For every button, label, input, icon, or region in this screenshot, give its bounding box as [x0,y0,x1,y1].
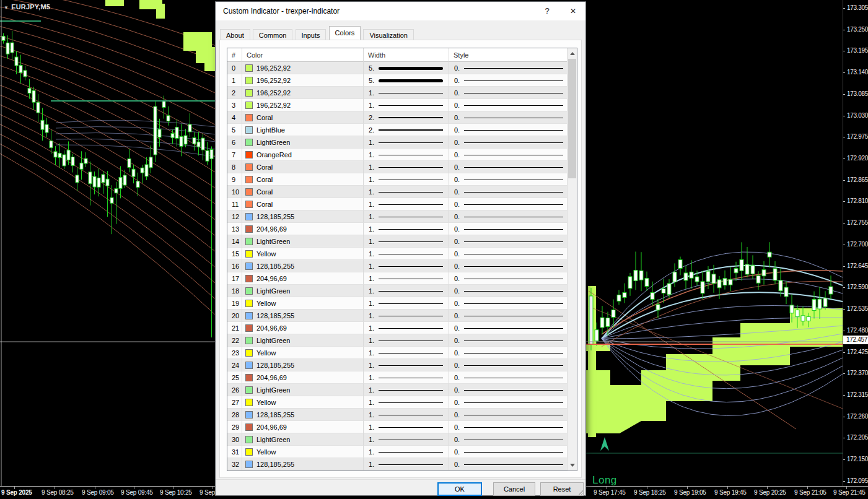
row-color-cell[interactable]: OrangeRed [242,149,364,161]
row-width-cell[interactable]: 1. [364,371,449,384]
row-width-cell[interactable]: 1. [364,446,449,458]
row-width-cell[interactable]: 1. [364,223,449,235]
row-style-cell[interactable]: 0. [449,223,568,235]
row-style-cell[interactable]: 0. [449,260,568,272]
row-width-cell[interactable]: 1. [364,149,449,161]
row-width-cell[interactable]: 1. [364,409,449,421]
row-style-cell[interactable]: 0. [449,272,568,285]
scrollbar-up-icon[interactable] [568,48,577,59]
color-row[interactable]: 1196,252,925.0. [227,74,568,87]
color-swatch[interactable] [245,436,253,443]
chart-right-region[interactable] [585,0,843,486]
color-row[interactable]: 31Yellow1.0. [227,446,568,458]
row-color-cell[interactable]: 204,96,69 [242,223,364,235]
row-color-cell[interactable]: 128,185,255 [242,458,364,471]
row-width-cell[interactable]: 1. [364,161,449,173]
symbol-period-label[interactable]: ▼EURJPY,M5 [4,3,50,11]
color-swatch[interactable] [245,213,253,220]
row-style-cell[interactable]: 0. [449,248,568,260]
row-color-cell[interactable]: Coral [242,186,364,198]
color-swatch[interactable] [245,201,253,208]
row-color-cell[interactable]: 204,96,69 [242,322,364,334]
row-width-cell[interactable]: 1. [364,186,449,198]
row-width-cell[interactable]: 1. [364,433,449,446]
row-color-cell[interactable]: 204,96,69 [242,371,364,384]
row-color-cell[interactable]: LightGreen [242,334,364,347]
color-row[interactable]: 10Coral1.0. [227,186,568,198]
color-swatch[interactable] [245,349,253,357]
row-style-cell[interactable]: 0. [449,62,568,74]
row-color-cell[interactable]: LightBlue [242,124,364,136]
color-row[interactable]: 13204,96,691.0. [227,223,568,235]
row-style-cell[interactable]: 0. [449,371,568,384]
color-row[interactable]: 23Yellow1.0. [227,347,568,359]
color-row[interactable]: 18LightGreen1.0. [227,285,568,297]
row-width-cell[interactable]: 1. [364,384,449,396]
chart-left-region[interactable] [0,0,216,486]
ok-button[interactable]: OK [437,482,482,496]
row-width-cell[interactable]: 2. [364,111,449,124]
row-style-cell[interactable]: 0. [449,446,568,458]
row-width-cell[interactable]: 1. [364,458,449,471]
row-width-cell[interactable]: 1. [364,99,449,111]
row-color-cell[interactable]: 128,185,255 [242,409,364,421]
row-color-cell[interactable]: LightGreen [242,235,364,248]
resize-grip[interactable] [579,490,584,495]
dialog-titlebar[interactable]: Custom Indicator - trexper-indicator ? ✕ [216,2,585,20]
row-style-cell[interactable]: 0. [449,322,568,334]
color-row[interactable]: 30LightGreen1.0. [227,433,568,446]
help-button[interactable]: ? [537,2,558,20]
row-style-cell[interactable]: 0. [449,285,568,297]
color-row[interactable]: 0196,252,925.0. [227,62,568,74]
color-swatch[interactable] [245,151,253,158]
row-width-cell[interactable]: 1. [364,347,449,359]
color-swatch[interactable] [245,77,253,84]
row-width-cell[interactable]: 1. [364,297,449,310]
color-row[interactable]: 19Yellow1.0. [227,297,568,310]
color-swatch[interactable] [245,461,253,468]
row-style-cell[interactable]: 0. [449,136,568,149]
row-style-cell[interactable]: 0. [449,99,568,111]
row-color-cell[interactable]: Yellow [242,297,364,310]
cancel-button[interactable]: Cancel [493,482,535,496]
tab-colors[interactable]: Colors [329,26,361,40]
row-color-cell[interactable]: 128,185,255 [242,210,364,223]
row-width-cell[interactable]: 1. [364,198,449,210]
row-color-cell[interactable]: 204,96,69 [242,421,364,433]
color-swatch[interactable] [245,102,253,109]
row-width-cell[interactable]: 1. [364,210,449,223]
color-swatch[interactable] [245,337,253,344]
row-style-cell[interactable]: 0. [449,433,568,446]
color-row[interactable]: 26LightGreen1.0. [227,384,568,396]
color-swatch[interactable] [245,64,253,72]
row-color-cell[interactable]: Coral [242,173,364,186]
row-color-cell[interactable]: Coral [242,161,364,173]
row-color-cell[interactable]: Yellow [242,396,364,409]
color-row[interactable]: 4Coral2.0. [227,111,568,124]
row-color-cell[interactable]: 196,252,92 [242,62,364,74]
row-style-cell[interactable]: 0. [449,87,568,99]
color-swatch[interactable] [245,126,253,134]
row-style-cell[interactable]: 0. [449,235,568,248]
row-color-cell[interactable]: Yellow [242,446,364,458]
row-width-cell[interactable]: 2. [364,124,449,136]
color-swatch[interactable] [245,250,253,258]
row-color-cell[interactable]: LightGreen [242,433,364,446]
color-swatch[interactable] [245,386,253,394]
color-swatch[interactable] [245,275,253,282]
color-row[interactable]: 20128,185,2551.0. [227,310,568,322]
color-swatch[interactable] [245,312,253,319]
color-swatch[interactable] [245,374,253,381]
row-style-cell[interactable]: 0. [449,421,568,433]
color-row[interactable]: 15Yellow1.0. [227,248,568,260]
reset-button[interactable]: Reset [540,482,584,496]
color-swatch[interactable] [245,411,253,419]
row-style-cell[interactable]: 0. [449,310,568,322]
color-row[interactable]: 32128,185,2551.0. [227,458,568,471]
row-width-cell[interactable]: 1. [364,87,449,99]
row-width-cell[interactable]: 1. [364,260,449,272]
row-width-cell[interactable]: 1. [364,396,449,409]
row-color-cell[interactable]: 128,185,255 [242,260,364,272]
row-style-cell[interactable]: 0. [449,74,568,87]
color-row[interactable]: 29204,96,691.0. [227,421,568,433]
